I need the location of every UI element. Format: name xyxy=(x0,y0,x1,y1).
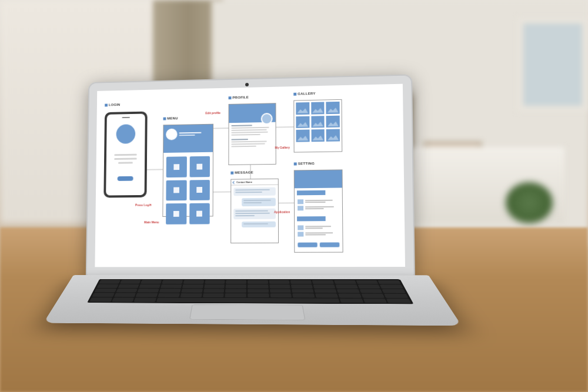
user-name-line xyxy=(179,132,201,134)
setting-row[interactable] xyxy=(298,206,339,211)
setting-icon xyxy=(298,206,303,210)
tile-icon xyxy=(173,187,179,193)
profile-hero xyxy=(229,103,275,123)
gallery-thumb[interactable] xyxy=(311,116,325,128)
gallery-thumb[interactable] xyxy=(326,115,340,128)
tile-icon xyxy=(197,163,203,169)
annotation-application: Application xyxy=(274,210,290,213)
chat-bubble xyxy=(233,187,276,196)
menu-tile[interactable] xyxy=(189,180,210,200)
gallery-thumb[interactable] xyxy=(311,129,325,142)
annotation-edit-profile: Edit profile xyxy=(205,111,220,115)
tile-icon xyxy=(196,187,202,193)
section-line xyxy=(231,139,248,140)
login-screen xyxy=(106,114,145,196)
menu-tile[interactable] xyxy=(166,180,186,200)
setting-icon xyxy=(298,232,303,236)
menu-tile[interactable] xyxy=(189,156,210,177)
tile-icon xyxy=(173,211,179,217)
menu-tile[interactable] xyxy=(166,156,187,177)
laptop-keyboard-deck xyxy=(44,275,462,326)
setting-action-button[interactable] xyxy=(298,243,317,247)
laptop-screen: LOGIN Press Login Main Menu MENU xyxy=(95,84,405,267)
gallery-screen xyxy=(293,99,342,153)
message-header: Contact Name xyxy=(231,179,278,186)
text-line xyxy=(231,132,268,133)
wall-art xyxy=(517,18,588,112)
login-label: LOGIN xyxy=(105,103,120,106)
chat-bubble xyxy=(242,222,276,227)
setting-section-bar xyxy=(297,190,325,196)
phone-speaker-icon xyxy=(122,117,129,118)
text-line xyxy=(231,141,267,143)
message-label: MESSAGE xyxy=(230,170,253,174)
text-line xyxy=(231,134,260,136)
menu-tile[interactable] xyxy=(189,203,210,224)
menu-banner xyxy=(163,143,213,153)
text-line xyxy=(231,127,269,129)
setting-row[interactable] xyxy=(298,232,339,236)
avatar-icon xyxy=(116,124,135,144)
profile-label: PROFILE xyxy=(229,95,249,99)
annotation-my-gallery: My Gallery xyxy=(275,146,290,149)
laptop: LOGIN Press Login Main Menu MENU xyxy=(85,74,416,356)
username-field[interactable] xyxy=(114,154,136,156)
menu-header xyxy=(163,125,213,144)
contact-name: Contact Name xyxy=(236,180,252,183)
profile-screen xyxy=(228,103,276,165)
tile-icon xyxy=(196,210,202,216)
setting-screen xyxy=(294,169,343,252)
input-line xyxy=(118,162,133,163)
chat-bubble xyxy=(242,198,276,206)
setting-label: SETTING xyxy=(294,162,315,165)
menu-screen xyxy=(162,124,213,217)
profile-name-line xyxy=(231,125,252,126)
keyboard xyxy=(87,279,413,304)
text-line xyxy=(231,143,265,145)
setting-icon xyxy=(298,225,303,230)
webcam-icon xyxy=(245,83,249,86)
menu-label: MENU xyxy=(163,116,178,120)
phone-mockup xyxy=(103,112,147,198)
text-line xyxy=(231,146,256,148)
login-button[interactable] xyxy=(118,176,133,181)
setting-section-bar xyxy=(297,216,326,221)
text-line xyxy=(231,129,266,131)
setting-header xyxy=(295,170,342,188)
laptop-bezel: LOGIN Press Login Main Menu MENU xyxy=(86,74,415,276)
profile-text xyxy=(229,122,275,151)
back-icon[interactable] xyxy=(232,180,236,184)
ux-wireframe-canvas: LOGIN Press Login Main Menu MENU xyxy=(95,84,405,267)
setting-icon xyxy=(298,199,303,204)
setting-row[interactable] xyxy=(298,225,339,230)
gallery-thumb[interactable] xyxy=(296,116,309,128)
avatar-icon xyxy=(166,129,178,140)
password-field[interactable] xyxy=(114,158,136,160)
annotation-press-login: Press Login xyxy=(135,203,152,207)
gallery-label: GALLERY xyxy=(293,92,316,96)
menu-tile[interactable] xyxy=(166,203,186,224)
gallery-thumb[interactable] xyxy=(326,129,340,142)
plant xyxy=(506,182,553,223)
menu-grid xyxy=(163,153,213,227)
gallery-thumb[interactable] xyxy=(296,130,309,142)
tile-icon xyxy=(173,164,179,170)
user-sub-line xyxy=(179,135,195,136)
gallery-thumb[interactable] xyxy=(326,102,340,114)
message-screen: Contact Name xyxy=(230,179,279,243)
annotation-main-menu: Main Menu xyxy=(144,220,159,224)
gallery-thumb[interactable] xyxy=(296,102,309,115)
trackpad xyxy=(189,304,305,320)
setting-row[interactable] xyxy=(298,199,339,205)
gallery-thumb[interactable] xyxy=(311,102,325,114)
chat-bubble xyxy=(233,209,276,220)
setting-action-button[interactable] xyxy=(320,242,340,247)
